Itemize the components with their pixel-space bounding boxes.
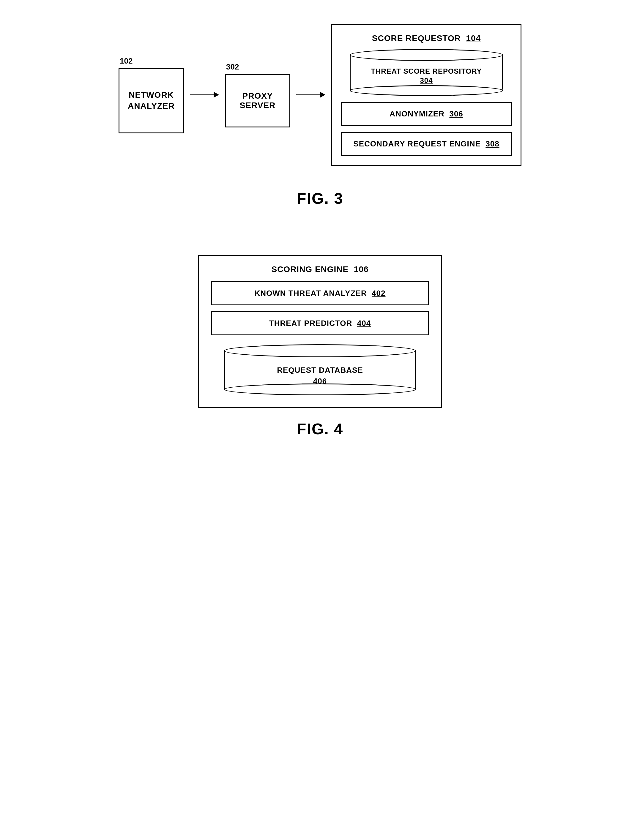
anonymizer-ref: 306 xyxy=(449,109,463,118)
network-analyzer-ref: 102 xyxy=(120,56,133,65)
fig4-label: FIG. 4 xyxy=(297,420,343,438)
secondary-request-engine-ref: 308 xyxy=(485,139,499,148)
request-database-cylinder: REQUEST DATABASE 406 xyxy=(211,344,429,395)
score-requestor-outer: SCORE REQUESTOR 104 THREAT SCORE REPOSIT… xyxy=(331,24,522,166)
threat-score-repo-ref: 304 xyxy=(420,76,433,85)
threat-predictor-box: THREAT PREDICTOR 404 xyxy=(211,311,429,335)
fig3-section: 102 NETWORK ANALYZER 302 PROXY SERVER SC… xyxy=(18,24,622,207)
score-requestor-title: SCORE REQUESTOR 104 xyxy=(341,34,512,43)
arrow-na-to-ps xyxy=(190,92,219,98)
cyl-bottom-tsr xyxy=(350,85,503,96)
threat-predictor-ref: 404 xyxy=(357,319,371,327)
proxy-server-box: PROXY SERVER xyxy=(225,74,290,128)
fig4-section: SCORING ENGINE 106 KNOWN THREAT ANALYZER… xyxy=(18,255,622,438)
secondary-request-engine-box: SECONDARY REQUEST ENGINE 308 xyxy=(341,132,512,156)
cyl-fig4-bottom xyxy=(224,383,416,395)
scoring-engine-title: SCORING ENGINE 106 xyxy=(211,265,429,274)
anonymizer-box: ANONYMIZER 306 xyxy=(341,102,512,126)
threat-score-repo-label: THREAT SCORE REPOSITORY 304 xyxy=(371,67,482,85)
proxy-server-ref: 302 xyxy=(226,62,239,72)
cyl-fig4-top xyxy=(224,344,416,357)
scoring-engine-outer: SCORING ENGINE 106 KNOWN THREAT ANALYZER… xyxy=(198,255,442,408)
fig3-diagram: 102 NETWORK ANALYZER 302 PROXY SERVER SC… xyxy=(18,24,622,166)
network-analyzer-box: NETWORK ANALYZER xyxy=(118,68,184,133)
known-threat-analyzer-box: KNOWN THREAT ANALYZER 402 xyxy=(211,281,429,305)
cyl-top-tsr xyxy=(350,49,503,61)
scoring-engine-ref: 106 xyxy=(354,265,369,274)
proxy-server-label: PROXY SERVER xyxy=(226,91,290,110)
arrow-ps-to-sr xyxy=(296,92,325,98)
fig3-label: FIG. 3 xyxy=(297,190,343,207)
known-threat-analyzer-ref: 402 xyxy=(372,289,386,298)
network-analyzer-label: NETWORK ANALYZER xyxy=(128,90,175,112)
threat-score-repo-cylinder: THREAT SCORE REPOSITORY 304 xyxy=(341,49,512,96)
score-requestor-ref: 104 xyxy=(466,34,481,43)
